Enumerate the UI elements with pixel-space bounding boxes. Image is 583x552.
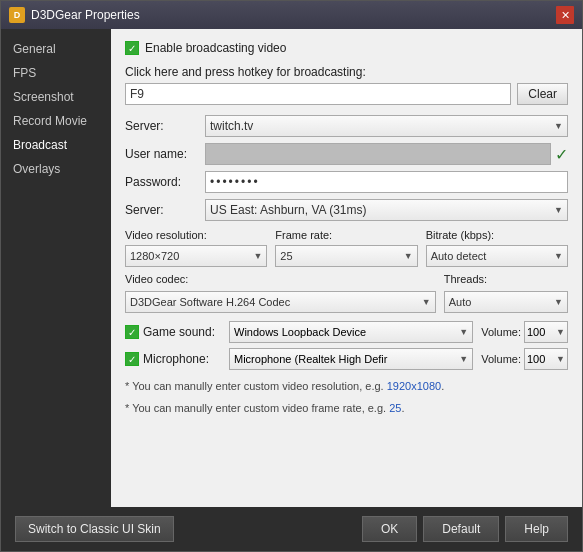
password-row: Password: <box>125 171 568 193</box>
sidebar-item-fps[interactable]: FPS <box>1 61 111 85</box>
enable-checkbox[interactable]: ✓ <box>125 41 139 55</box>
game-volume-label: Volume: <box>481 326 521 338</box>
note2: * You can manully enter custom video fra… <box>125 400 568 418</box>
bitrate-label: Bitrate (kbps): <box>426 229 568 241</box>
video-res-dropdown[interactable]: 1280×720 ▼ <box>125 245 267 267</box>
main-window: D D3DGear Properties ✕ General FPS Scree… <box>0 0 583 552</box>
notes-section: * You can manully enter custom video res… <box>125 378 568 417</box>
frame-rate-dropdown[interactable]: 25 ▼ <box>275 245 417 267</box>
threads-group: Threads: <box>444 273 568 285</box>
mic-dropdown[interactable]: Microphone (Realtek High Defir ▼ <box>229 348 473 370</box>
sidebar-item-screenshot[interactable]: Screenshot <box>1 85 111 109</box>
server-dropdown-arrow: ▼ <box>554 121 563 131</box>
game-sound-value: Windows Loopback Device <box>234 326 366 338</box>
sidebar-item-record-movie[interactable]: Record Movie <box>1 109 111 133</box>
window-title: D3DGear Properties <box>31 8 140 22</box>
mic-label: Microphone: <box>143 352 225 366</box>
server2-row: Server: US East: Ashburn, VA (31ms) ▼ <box>125 199 568 221</box>
video-res-group: Video resolution: <box>125 229 267 241</box>
help-button[interactable]: Help <box>505 516 568 542</box>
codec-value: D3DGear Software H.264 Codec <box>130 296 290 308</box>
game-volume-dropdown[interactable]: 100 ▼ <box>524 321 568 343</box>
default-button[interactable]: Default <box>423 516 499 542</box>
bitrate-value: Auto detect <box>431 250 487 262</box>
mic-volume-label: Volume: <box>481 353 521 365</box>
clear-button[interactable]: Clear <box>517 83 568 105</box>
password-label: Password: <box>125 175 205 189</box>
hotkey-row: Clear <box>125 83 568 105</box>
mv-arrow: ▼ <box>556 354 565 364</box>
sidebar-item-overlays[interactable]: Overlays <box>1 157 111 181</box>
threads-dropdown[interactable]: Auto ▼ <box>444 291 568 313</box>
server-row: Server: twitch.tv ▼ <box>125 115 568 137</box>
game-sound-checkbox[interactable]: ✓ <box>125 325 139 339</box>
mic-volume-value: 100 <box>527 353 545 365</box>
video-res-dd-group: 1280×720 ▼ <box>125 245 267 267</box>
server2-value: US East: Ashburn, VA (31ms) <box>210 203 367 217</box>
gv-arrow: ▼ <box>556 327 565 337</box>
codec-group: Video codec: <box>125 273 436 285</box>
enable-row: ✓ Enable broadcasting video <box>125 41 568 55</box>
title-bar-left: D D3DGear Properties <box>9 7 140 23</box>
sidebar-item-broadcast[interactable]: Broadcast <box>1 133 111 157</box>
frame-rate-group: Frame rate: <box>275 229 417 241</box>
server-dropdown[interactable]: twitch.tv ▼ <box>205 115 568 137</box>
hotkey-label: Click here and press hotkey for broadcas… <box>125 65 568 79</box>
footer-bar: Switch to Classic UI Skin OK Default Hel… <box>1 507 582 551</box>
note2-link[interactable]: 25 <box>389 402 401 414</box>
br-arrow: ▼ <box>554 251 563 261</box>
mic-checkbox[interactable]: ✓ <box>125 352 139 366</box>
mic-arrow: ▼ <box>459 354 468 364</box>
bitrate-group: Bitrate (kbps): <box>426 229 568 241</box>
close-button[interactable]: ✕ <box>556 6 574 24</box>
video-res-label: Video resolution: <box>125 229 267 241</box>
sidebar: General FPS Screenshot Record Movie Broa… <box>1 29 111 507</box>
game-volume-section: Volume: 100 ▼ <box>481 321 568 343</box>
server-label: Server: <box>125 119 205 133</box>
mic-value: Microphone (Realtek High Defir <box>234 353 387 365</box>
server2-dropdown-arrow: ▼ <box>554 205 563 215</box>
codec-label: Video codec: <box>125 273 436 285</box>
game-sound-row: ✓ Game sound: Windows Loopback Device ▼ … <box>125 321 568 343</box>
threads-label: Threads: <box>444 273 568 285</box>
ct-labels: Video codec: Threads: <box>125 273 568 285</box>
gs-arrow: ▼ <box>459 327 468 337</box>
checkmark-icon: ✓ <box>555 145 568 164</box>
username-input[interactable] <box>205 143 551 165</box>
codec-dropdown[interactable]: D3DGear Software H.264 Codec ▼ <box>125 291 436 313</box>
username-label: User name: <box>125 147 205 161</box>
codec-dd-group: D3DGear Software H.264 Codec ▼ <box>125 291 436 313</box>
ok-button[interactable]: OK <box>362 516 417 542</box>
codec-arrow: ▼ <box>422 297 431 307</box>
bitrate-dd-group: Auto detect ▼ <box>426 245 568 267</box>
app-icon: D <box>9 7 25 23</box>
server2-dropdown[interactable]: US East: Ashburn, VA (31ms) ▼ <box>205 199 568 221</box>
password-input[interactable] <box>205 171 568 193</box>
footer-right-buttons: OK Default Help <box>362 516 568 542</box>
content-panel: ✓ Enable broadcasting video Click here a… <box>111 29 582 507</box>
ct-dropdowns: D3DGear Software H.264 Codec ▼ Auto ▼ <box>125 291 568 313</box>
vfb-dropdowns: 1280×720 ▼ 25 ▼ Auto detect ▼ <box>125 245 568 267</box>
game-sound-label: Game sound: <box>143 325 225 339</box>
frame-rate-value: 25 <box>280 250 292 262</box>
vr-arrow: ▼ <box>253 251 262 261</box>
sidebar-item-general[interactable]: General <box>1 37 111 61</box>
classic-skin-button[interactable]: Switch to Classic UI Skin <box>15 516 174 542</box>
note1-link[interactable]: 1920x1080 <box>387 380 441 392</box>
server2-label: Server: <box>125 203 205 217</box>
vfb-labels: Video resolution: Frame rate: Bitrate (k… <box>125 229 568 241</box>
frame-rate-dd-group: 25 ▼ <box>275 245 417 267</box>
fr-arrow: ▼ <box>404 251 413 261</box>
thr-arrow: ▼ <box>554 297 563 307</box>
bitrate-dropdown[interactable]: Auto detect ▼ <box>426 245 568 267</box>
hotkey-input[interactable] <box>125 83 511 105</box>
enable-label: Enable broadcasting video <box>145 41 286 55</box>
mic-volume-dropdown[interactable]: 100 ▼ <box>524 348 568 370</box>
title-bar: D D3DGear Properties ✕ <box>1 1 582 29</box>
main-content: General FPS Screenshot Record Movie Broa… <box>1 29 582 507</box>
threads-value: Auto <box>449 296 472 308</box>
username-row: User name: ✓ <box>125 143 568 165</box>
game-volume-value: 100 <box>527 326 545 338</box>
game-sound-dropdown[interactable]: Windows Loopback Device ▼ <box>229 321 473 343</box>
note1: * You can manully enter custom video res… <box>125 378 568 396</box>
